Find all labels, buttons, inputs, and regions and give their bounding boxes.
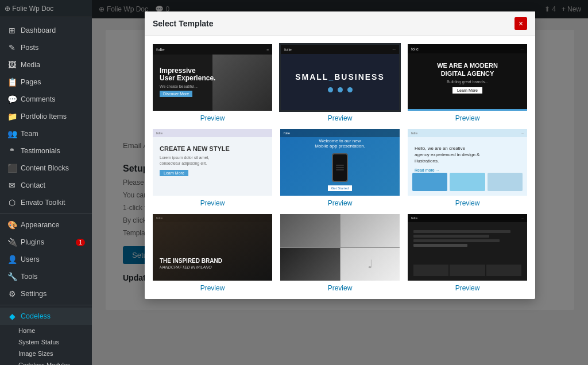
template-preview-link-9[interactable]: Preview: [407, 284, 528, 292]
sidebar-label: Dashboard: [21, 26, 56, 34]
sidebar-subitem-codeless-modules[interactable]: Codeless Modules: [14, 359, 92, 365]
subitem-label: Home: [18, 327, 35, 334]
sidebar-item-codeless[interactable]: ◆ Codeless: [0, 308, 92, 325]
subitem-label: Codeless Modules: [18, 362, 71, 365]
sidebar-label: Content Blocks: [21, 164, 69, 172]
template-preview-link-3[interactable]: Preview: [407, 114, 528, 122]
template-item-3[interactable]: folie ··· WE ARE A MODERNDIGITAL AGENCY …: [407, 43, 528, 122]
sidebar-subitem-home[interactable]: Home: [14, 325, 92, 336]
wp-logo-icon: ⊕: [5, 5, 10, 13]
sidebar-item-dashboard[interactable]: ⊞ Dashboard: [0, 22, 92, 39]
sidebar-subitem-image-sizes[interactable]: Image Sizes: [14, 348, 92, 359]
site-link[interactable]: ⊕ Folie Wp Doc: [5, 5, 53, 13]
sidebar-label: Users: [21, 255, 40, 263]
site-name: Folie Wp Doc: [12, 5, 53, 13]
content-blocks-icon: ⬛: [7, 163, 17, 173]
pages-icon: 📋: [7, 77, 17, 87]
sidebar-label: Testimonials: [21, 147, 60, 155]
template-thumb-7: folie The Inspired Brand HANDCRAFTED IN …: [152, 213, 273, 282]
plugins-icon: 🔌: [7, 237, 17, 247]
sidebar-label: Tools: [21, 273, 37, 281]
subitem-label: System Status: [18, 339, 59, 345]
select-template-modal: Select Template × folie ≡: [145, 11, 535, 299]
dashboard-icon: ⊞: [7, 25, 17, 36]
sidebar-item-tools[interactable]: 🔧 Tools: [0, 268, 92, 285]
settings-icon: ⚙: [7, 289, 17, 299]
sidebar-label: Plugins: [21, 238, 44, 246]
template-item-4[interactable]: folie CREATE A NEW STYLE Lorem ipsum dol…: [152, 128, 273, 207]
template-thumb-6: folie ··· Hello, we are an creativeagenc…: [407, 128, 528, 197]
template-item-9[interactable]: folie ···: [407, 213, 528, 292]
template-thumb-5: folie Welcome to our newMobile app prese…: [279, 128, 401, 197]
tools-icon: 🔧: [7, 271, 17, 282]
modal-title: Select Template: [153, 19, 214, 28]
sidebar-label: Envato Toolkit: [21, 199, 65, 207]
sidebar-label: Contact: [21, 181, 45, 189]
sidebar-menu: ⊞ Dashboard ✎ Posts 🖼 Media 📋 Pages 💬 Co…: [0, 17, 92, 365]
template-grid: folie ≡ ImpressiveUser Experience. We cr…: [152, 43, 528, 292]
media-icon: 🖼: [7, 60, 17, 70]
codeless-icon: ◆: [7, 311, 17, 321]
sidebar-label: Posts: [21, 44, 38, 52]
sidebar-item-envato[interactable]: ⬡ Envato Toolkit: [0, 194, 92, 211]
plugins-badge: 1: [76, 239, 85, 246]
sidebar-label: Settings: [21, 290, 47, 298]
main-content: ⊕ Folie Wp Doc 💬 0 ⬆ 4 + New ▲ Welcome, …: [92, 0, 588, 365]
sidebar-item-media[interactable]: 🖼 Media: [0, 56, 92, 73]
modal-body: folie ≡ ImpressiveUser Experience. We cr…: [145, 36, 535, 299]
portfolio-icon: 📁: [7, 111, 17, 122]
template-preview-link-5[interactable]: Preview: [279, 199, 401, 207]
sidebar-label: Comments: [21, 95, 55, 103]
sidebar-item-pages[interactable]: 📋 Pages: [0, 73, 92, 91]
sidebar-item-comments[interactable]: 💬 Comments: [0, 91, 92, 108]
template-preview-link-7[interactable]: Preview: [152, 284, 273, 292]
template-thumb-3: folie ··· WE ARE A MODERNDIGITAL AGENCY …: [407, 43, 528, 112]
modal-close-button[interactable]: ×: [514, 17, 527, 30]
modal-header: Select Template ×: [145, 11, 535, 36]
sidebar-label: Team: [21, 130, 38, 138]
template-preview-link-4[interactable]: Preview: [152, 199, 273, 207]
comments-icon: 💬: [7, 94, 17, 104]
template-thumb-1: folie ≡ ImpressiveUser Experience. We cr…: [152, 43, 273, 112]
testimonials-icon: ❝: [7, 146, 17, 156]
subitem-label: Image Sizes: [18, 350, 53, 357]
template-item-6[interactable]: folie ··· Hello, we are an creativeagenc…: [407, 128, 528, 207]
admin-bar: ⊕ Folie Wp Doc: [0, 0, 92, 17]
sidebar-label: Pages: [21, 78, 41, 86]
sidebar-item-content-blocks[interactable]: ⬛ Content Blocks: [0, 160, 92, 177]
modal-overlay: Select Template × folie ≡: [92, 0, 588, 365]
sidebar-item-settings[interactable]: ⚙ Settings: [0, 285, 92, 302]
appearance-icon: 🎨: [7, 220, 17, 230]
template-preview-link-1[interactable]: Preview: [152, 114, 273, 122]
sidebar-item-posts[interactable]: ✎ Posts: [0, 39, 92, 56]
sidebar: ⊕ Folie Wp Doc ⊞ Dashboard ✎ Posts 🖼 Med…: [0, 0, 92, 365]
sidebar-item-team[interactable]: 👥 Team: [0, 125, 92, 142]
template-preview-link-6[interactable]: Preview: [407, 199, 528, 207]
template-preview-link-2[interactable]: Preview: [279, 114, 401, 122]
sidebar-label: Media: [21, 61, 40, 69]
users-icon: 👤: [7, 254, 17, 265]
team-icon: 👥: [7, 129, 17, 139]
template-item-1[interactable]: folie ≡ ImpressiveUser Experience. We cr…: [152, 43, 273, 122]
template-thumb-2: folie ··· SMALL_BUSINESS: [279, 43, 401, 112]
envato-icon: ⬡: [7, 197, 17, 208]
sidebar-label: Appearance: [21, 221, 59, 229]
sidebar-item-plugins[interactable]: 🔌 Plugins 1: [0, 234, 92, 251]
template-preview-link-8[interactable]: Preview: [279, 284, 401, 292]
sidebar-item-testimonials[interactable]: ❝ Testimonials: [0, 142, 92, 160]
sidebar-item-contact[interactable]: ✉ Contact: [0, 177, 92, 194]
sidebar-label: Codeless: [21, 312, 51, 320]
template-item-5[interactable]: folie Welcome to our newMobile app prese…: [279, 128, 401, 207]
sidebar-item-portfolio[interactable]: 📁 Portfolio Items: [0, 108, 92, 125]
sidebar-subitem-system-status[interactable]: System Status: [14, 336, 92, 348]
template-item-2[interactable]: folie ··· SMALL_BUSINESS: [279, 43, 401, 122]
sidebar-label: Portfolio Items: [21, 112, 67, 121]
posts-icon: ✎: [7, 42, 17, 53]
template-thumb-8: ♩: [279, 213, 401, 282]
template-item-8[interactable]: ♩ Preview: [279, 213, 401, 292]
sidebar-item-users[interactable]: 👤 Users: [0, 251, 92, 268]
contact-icon: ✉: [7, 180, 17, 191]
template-thumb-4: folie CREATE A NEW STYLE Lorem ipsum dol…: [152, 128, 273, 197]
template-item-7[interactable]: folie The Inspired Brand HANDCRAFTED IN …: [152, 213, 273, 292]
sidebar-item-appearance[interactable]: 🎨 Appearance: [0, 216, 92, 234]
